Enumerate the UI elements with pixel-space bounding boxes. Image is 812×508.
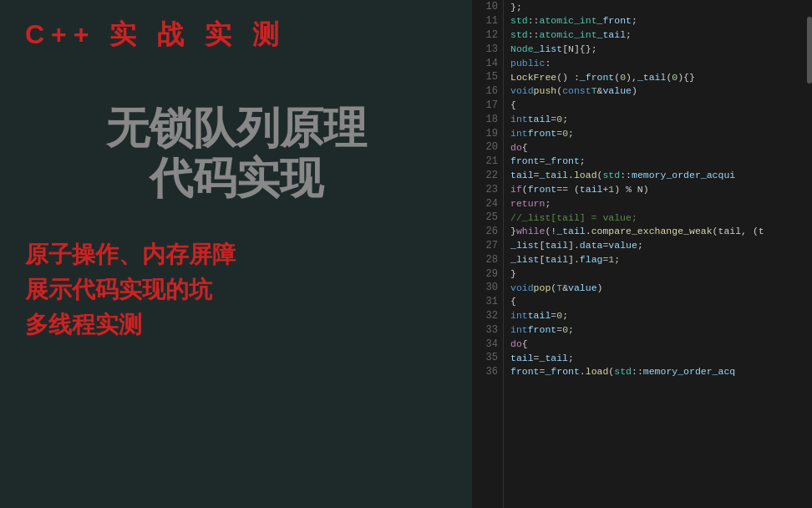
- line-number: 33: [472, 323, 503, 337]
- line-number: 14: [472, 56, 503, 70]
- line-number: 28: [472, 252, 503, 267]
- line-number: 27: [472, 239, 503, 253]
- line-number: 32: [472, 309, 503, 323]
- line-number: 11: [472, 14, 503, 28]
- line-number: 25: [472, 211, 503, 225]
- code-editor: 1011121314151617181920212223242526272829…: [472, 0, 812, 508]
- code-line: front = _front.load(std::memory_order_ac…: [510, 365, 812, 379]
- code-line: {: [510, 99, 812, 113]
- line-number: 15: [472, 70, 503, 84]
- code-line: if (front == (tail + 1) % N): [510, 182, 812, 196]
- cpp-title: C++ 实 战 实 测: [25, 17, 447, 53]
- code-line: tail = _tail;: [510, 351, 812, 365]
- scrollbar[interactable]: [805, 0, 812, 508]
- line-number: 22: [472, 169, 503, 183]
- code-line: int tail = 0;: [510, 309, 812, 323]
- code-line: int tail = 0;: [510, 112, 812, 126]
- code-line: tail = _tail.load(std::memory_order_acqu…: [510, 169, 812, 183]
- line-number: 18: [472, 112, 503, 126]
- line-number: 24: [472, 196, 503, 211]
- line-number: 30: [472, 281, 503, 295]
- line-number: 21: [472, 155, 503, 169]
- line-number: 35: [472, 351, 503, 365]
- code-line: };: [510, 0, 812, 14]
- line-number: 16: [472, 84, 503, 99]
- line-number: 23: [472, 182, 503, 196]
- code-line: int front = 0;: [510, 323, 812, 337]
- line-number: 20: [472, 140, 503, 155]
- code-line: int front = 0;: [510, 126, 812, 140]
- code-line: {: [510, 295, 812, 309]
- code-line: public:: [510, 56, 812, 70]
- main-title: 无锁队列原理 代码实现: [25, 104, 447, 204]
- title-bar: C++ 实 战 实 测: [25, 17, 447, 62]
- line-number: 31: [472, 295, 503, 309]
- code-container: 1011121314151617181920212223242526272829…: [472, 0, 812, 508]
- code-line: void push(const T& value): [510, 84, 812, 99]
- line-number: 26: [472, 225, 503, 239]
- left-panel: C++ 实 战 实 测 无锁队列原理 代码实现 原子操作、内存屏障 展示代码实现…: [0, 0, 472, 508]
- line-number: 19: [472, 126, 503, 140]
- line-number: 10: [472, 0, 503, 14]
- line-number: 17: [472, 99, 503, 113]
- code-line: front = _front;: [510, 155, 812, 169]
- subtitle3: 多线程实测: [25, 307, 447, 343]
- code-line: _list[tail].flag = 1;: [510, 252, 812, 267]
- code-line: } while (!_tail.compare_exchange_weak(ta…: [510, 225, 812, 239]
- line-numbers: 1011121314151617181920212223242526272829…: [472, 0, 504, 508]
- code-content: }; std::atomic_int _front; std::atomic_i…: [504, 0, 812, 508]
- line-number: 29: [472, 267, 503, 281]
- line-number: 34: [472, 337, 503, 351]
- code-line: std::atomic_int _front;: [510, 14, 812, 28]
- line-number: 12: [472, 28, 503, 43]
- code-line: LockFree() :_front(0), _tail(0){}: [510, 70, 812, 84]
- code-line: Node _list[N]{};: [510, 42, 812, 56]
- line-number: 13: [472, 42, 503, 56]
- subtitle1: 原子操作、内存屏障: [25, 237, 447, 272]
- code-line: _list[tail].data = value;: [510, 239, 812, 253]
- line-number: 36: [472, 365, 503, 379]
- code-line: std::atomic_int _tail;: [510, 28, 812, 43]
- code-line: //_list[tail] = value;: [510, 211, 812, 225]
- code-line: return;: [510, 196, 812, 211]
- code-line: void pop( T& value): [510, 281, 812, 295]
- code-line: }: [510, 267, 812, 281]
- subtitle2: 展示代码实现的坑: [25, 272, 447, 307]
- scrollbar-thumb[interactable]: [807, 17, 812, 84]
- code-line: do {: [510, 337, 812, 351]
- code-line: do {: [510, 140, 812, 155]
- subtitle-block: 原子操作、内存屏障 展示代码实现的坑 多线程实测: [25, 237, 447, 343]
